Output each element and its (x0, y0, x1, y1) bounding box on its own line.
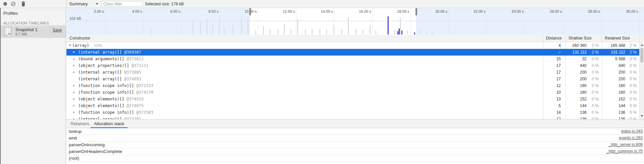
allocation-stack-list: lookupindex.js:343emitevents.js:263parse… (66, 128, 644, 162)
frame-source-link[interactable]: events.js:263 (619, 135, 643, 141)
expand-arrow-icon[interactable]: ▶ (73, 62, 75, 69)
constructor-row[interactable]: ▶(internal array)[]@373885172000 %2000 % (66, 69, 639, 76)
ruler-label: 20.00 s (435, 9, 447, 13)
ruler-label: 16.00 s (359, 9, 371, 13)
allocation-bar (334, 25, 334, 34)
shallow-percent-cell: 0 % (587, 82, 599, 89)
allocation-timeline-overview[interactable]: 102 kB 2.00 s4.00 s6.00 s8.00 s10.00 s12… (66, 8, 644, 35)
selection-handle-right[interactable] (415, 8, 417, 15)
retained-size-cell: 144 (602, 102, 625, 109)
shallow-percent-cell: 0 % (587, 62, 599, 69)
constructor-row[interactable]: ▶(object properties)[]@371121174400 %440… (66, 62, 639, 69)
retained-size-cell: 136 (602, 116, 625, 119)
expand-arrow-icon[interactable]: ▶ (73, 82, 75, 89)
expand-arrow-icon[interactable]: ▶ (73, 49, 75, 56)
expand-arrow-icon[interactable]: ▶ (73, 56, 75, 62)
scroll-down-icon[interactable] (641, 115, 643, 117)
class-filter-input[interactable] (102, 1, 143, 7)
column-header-constructor[interactable]: Constructor (69, 36, 90, 40)
frame-source-link[interactable]: index.js:343 (621, 128, 643, 135)
details-tabbar: RetainersAllocation stack (66, 119, 644, 128)
constructor-row[interactable]: ▶(function scope info)[]@372583141360 %1… (66, 109, 639, 116)
frame-source-link[interactable]: _http_server.js:809 (609, 142, 643, 148)
time-gridline (410, 8, 411, 35)
shallow-percent-cell: 2 % (587, 49, 599, 56)
allocation-bar-live (399, 28, 400, 34)
collapse-arrow-icon[interactable]: ▼ (69, 42, 71, 49)
tab-retainers[interactable]: Retainers (67, 119, 93, 127)
expand-arrow-icon[interactable]: ▶ (73, 96, 75, 102)
time-gridline (296, 8, 296, 35)
expand-arrow-icon[interactable]: ▶ (73, 102, 75, 109)
allocation-bar (362, 30, 363, 34)
constructor-row[interactable]: ▶(object elements)[]@37407551440 %1440 % (66, 102, 639, 109)
constructor-name: (object properties)[]@371121 (78, 62, 148, 69)
heap-snapshot-icon: % (5, 27, 11, 35)
constructor-row[interactable]: ▶(bound arguments)[]@37361115320 %5 5680… (66, 56, 639, 62)
trash-icon[interactable] (21, 1, 26, 8)
expand-arrow-icon[interactable]: ▶ (73, 89, 75, 96)
shallow-size-cell: 160 360 (565, 42, 587, 49)
ruler-label: 6.00 s (170, 9, 180, 13)
scroll-up-icon[interactable] (641, 44, 643, 46)
column-header-distance[interactable]: Distance (546, 36, 562, 40)
allocation-bar (291, 29, 291, 34)
retained-percent-cell: 0 % (625, 89, 637, 96)
snapshot-save-link[interactable]: Save (53, 28, 62, 32)
frame-function-name: parserOnIncoming (69, 142, 105, 148)
allocation-bar (263, 26, 264, 34)
retained-percent-cell: 0 % (625, 82, 637, 89)
retained-percent-cell: 0 % (625, 69, 637, 76)
selection-handle-left[interactable] (249, 8, 251, 15)
allocation-bar (370, 25, 370, 34)
perspective-select[interactable]: Summary (69, 1, 88, 6)
column-header-shallow-size[interactable]: Shallow Size (568, 36, 592, 40)
record-icon[interactable] (3, 2, 7, 6)
constructor-name: (internal array)[]@369387 (78, 49, 141, 56)
grid-header: ConstructorDistanceShallow SizeRetained … (66, 35, 644, 42)
constructor-row[interactable]: (internal array)[]@374093172000 %2000 % (66, 76, 639, 82)
constructor-name: (object elements)[]@374075 (78, 102, 144, 109)
chevron-down-icon[interactable] (96, 3, 98, 5)
time-gridline (258, 8, 258, 35)
allocation-bar (255, 30, 256, 34)
allocation-bar (348, 18, 349, 34)
constructor-row[interactable]: ▶(internal array)[]@372101121360 %1360 % (66, 116, 639, 119)
sidebar-item-snapshot-1[interactable]: % Snapshot 1 6.7 MB Save (1, 25, 66, 38)
retained-percent-cell: 0 % (625, 62, 637, 69)
expand-arrow-icon[interactable]: ▶ (73, 116, 75, 119)
retained-size-cell: 152 (602, 96, 625, 102)
shallow-percent-cell: 0 % (587, 116, 599, 119)
scrollbar-thumb[interactable] (640, 48, 643, 62)
shallow-percent-cell: 0 % (587, 96, 599, 102)
expand-arrow-icon[interactable]: ▶ (73, 69, 75, 76)
distance-cell: 13 (543, 96, 561, 102)
column-divider (602, 35, 602, 119)
retained-percent-cell: 0 % (625, 96, 637, 102)
object-id: @374279 (136, 90, 153, 95)
column-header-retained-size[interactable]: Retained Size (605, 36, 630, 40)
ruler-label: 22.00 s (474, 9, 486, 13)
constructor-row[interactable]: ▶(function scope info)[]@372333121600 %1… (66, 82, 639, 89)
constructor-row[interactable]: ▼(array)×3154160 3602 %165 4882 % (66, 42, 639, 49)
expand-arrow-icon[interactable]: ▶ (73, 109, 75, 116)
frame-function-name: lookup (69, 128, 82, 135)
constructor-row[interactable]: ▶(object elements)[]@374555131520 %1520 … (66, 96, 639, 102)
tab-allocation-stack[interactable]: Allocation stack (91, 119, 128, 128)
vertical-scrollbar[interactable] (639, 35, 644, 119)
frame-function-name: (root) (69, 155, 79, 161)
ruler-label: 8.00 s (208, 9, 218, 13)
retained-size-cell: 440 (602, 62, 625, 69)
toolbar-divider (18, 1, 19, 6)
constructor-row[interactable]: ▶(function scope info)[]@374279101600 %1… (66, 89, 639, 96)
clear-profiles-icon[interactable] (11, 1, 16, 8)
constructor-name: (internal array)[]@374093 (78, 76, 141, 82)
time-gridline (372, 8, 373, 35)
allocation-bar (341, 29, 342, 34)
constructor-row[interactable]: ▶(internal array)[]@369387–131 1122 %131… (66, 49, 639, 56)
constructor-name: (object elements)[]@374555 (78, 96, 144, 102)
frame-source-link[interactable]: _http_common.js:75 (606, 148, 643, 155)
ruler-label: 12.00 s (283, 9, 295, 13)
shallow-percent-cell: 0 % (587, 109, 599, 116)
object-id: @371121 (132, 63, 149, 68)
